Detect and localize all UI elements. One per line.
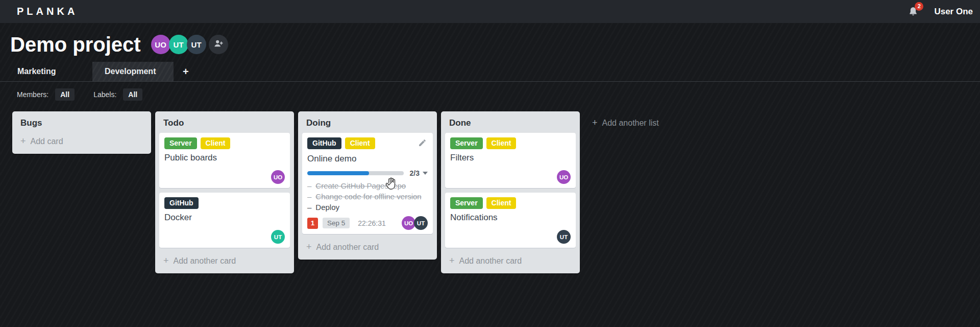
avatar[interactable]: UT <box>271 230 285 244</box>
tab-marketing[interactable]: Marketing <box>9 62 92 81</box>
plus-icon: + <box>163 255 169 266</box>
card-public-boards[interactable]: Server Client Public boards UO <box>159 133 290 188</box>
labels-filter-label: Labels: <box>93 90 116 99</box>
card-notifications[interactable]: Server Client Notifications UT <box>445 193 576 248</box>
card-notification-badge: 1 <box>307 218 318 229</box>
add-card-button[interactable]: + Add card <box>12 133 151 152</box>
add-board-button[interactable]: + <box>183 62 189 81</box>
card-title: Notifications <box>450 213 571 223</box>
members-filter-label: Members: <box>17 90 48 99</box>
board-tabs: Marketing Development + <box>0 62 980 82</box>
labels-filter-value[interactable]: All <box>123 88 142 101</box>
label-chip[interactable]: GitHub <box>164 197 199 209</box>
tasks-progress-bar <box>307 171 404 175</box>
label-chip[interactable]: Client <box>345 137 375 149</box>
avatar[interactable]: UT <box>557 230 571 244</box>
filter-bar: Members: All Labels: All <box>0 82 980 106</box>
avatar[interactable]: UT <box>187 35 206 54</box>
project-members: UO UT UT <box>151 35 228 54</box>
notification-count-badge: 2 <box>915 2 923 11</box>
top-bar: PLANKA 2 User One <box>0 0 980 23</box>
list-title[interactable]: Bugs <box>12 111 151 133</box>
label-chip[interactable]: GitHub <box>307 137 341 149</box>
card-title: Online demo <box>307 154 428 164</box>
project-header: Demo project UO UT UT <box>0 23 980 57</box>
add-card-label: Add another card <box>174 256 236 266</box>
avatar[interactable]: UO <box>271 170 285 184</box>
app-logo: PLANKA <box>17 6 78 17</box>
due-date-badge[interactable]: Sep 5 <box>323 218 350 228</box>
add-card-button[interactable]: + Add another card <box>298 239 437 258</box>
list-doing: Doing GitHub Client Online demo 2/3 <box>298 111 437 260</box>
add-list-button[interactable]: + Add another list <box>584 111 667 134</box>
label-chip[interactable]: Server <box>450 197 483 209</box>
plus-icon: + <box>306 242 312 252</box>
tasks-progress-label: 2/3 <box>410 169 420 177</box>
card-filters[interactable]: Server Client Filters UO <box>445 133 576 188</box>
board: Bugs + Add card Todo Server Client Publi… <box>0 106 980 273</box>
user-menu[interactable]: User One <box>934 7 973 17</box>
edit-card-button[interactable] <box>417 137 428 150</box>
avatar[interactable]: UT <box>414 216 428 230</box>
avatar[interactable]: UT <box>169 35 188 54</box>
list-bugs: Bugs + Add card <box>12 111 151 154</box>
add-card-button[interactable]: + Add another card <box>155 252 294 271</box>
avatar[interactable]: UO <box>151 35 170 54</box>
task-item[interactable]: – Create GitHub Pages repo <box>307 180 428 191</box>
list-title[interactable]: Doing <box>298 111 437 133</box>
avatar[interactable]: UO <box>557 170 571 184</box>
timer-badge[interactable]: 22:26:31 <box>358 219 386 227</box>
card-title: Docker <box>164 213 285 223</box>
list-done: Done Server Client Filters UO Server Cli… <box>441 111 580 273</box>
tab-development[interactable]: Development <box>92 62 174 81</box>
list-title[interactable]: Done <box>441 111 580 133</box>
list-todo: Todo Server Client Public boards UO GitH… <box>155 111 294 273</box>
add-card-label: Add another card <box>316 243 379 252</box>
notifications-button[interactable]: 2 <box>908 6 919 18</box>
plus-icon: + <box>592 118 598 128</box>
plus-icon: + <box>20 136 26 147</box>
card-docker[interactable]: GitHub Docker UT <box>159 193 290 248</box>
label-chip[interactable]: Server <box>164 137 197 149</box>
card-title: Public boards <box>164 153 285 163</box>
card-online-demo[interactable]: GitHub Client Online demo 2/3 – Cre <box>302 133 433 234</box>
chevron-down-icon[interactable] <box>423 172 428 175</box>
add-member-button[interactable] <box>209 35 228 54</box>
plus-icon: + <box>449 255 455 266</box>
list-title[interactable]: Todo <box>155 111 294 133</box>
label-chip[interactable]: Client <box>486 197 517 209</box>
label-chip[interactable]: Client <box>201 137 231 149</box>
person-plus-icon <box>213 39 224 50</box>
label-chip[interactable]: Client <box>486 137 517 149</box>
task-item[interactable]: – Deploy <box>307 202 428 213</box>
card-title: Filters <box>450 153 571 163</box>
project-title[interactable]: Demo project <box>10 34 141 55</box>
label-chip[interactable]: Server <box>450 137 483 149</box>
add-list-label: Add another list <box>602 119 659 128</box>
members-filter-value[interactable]: All <box>55 88 75 101</box>
add-card-button[interactable]: + Add another card <box>441 252 580 271</box>
task-item[interactable]: – Change code for offline version <box>307 191 428 202</box>
avatar[interactable]: UO <box>402 216 415 230</box>
add-card-label: Add card <box>31 137 63 146</box>
add-card-label: Add another card <box>459 256 522 266</box>
